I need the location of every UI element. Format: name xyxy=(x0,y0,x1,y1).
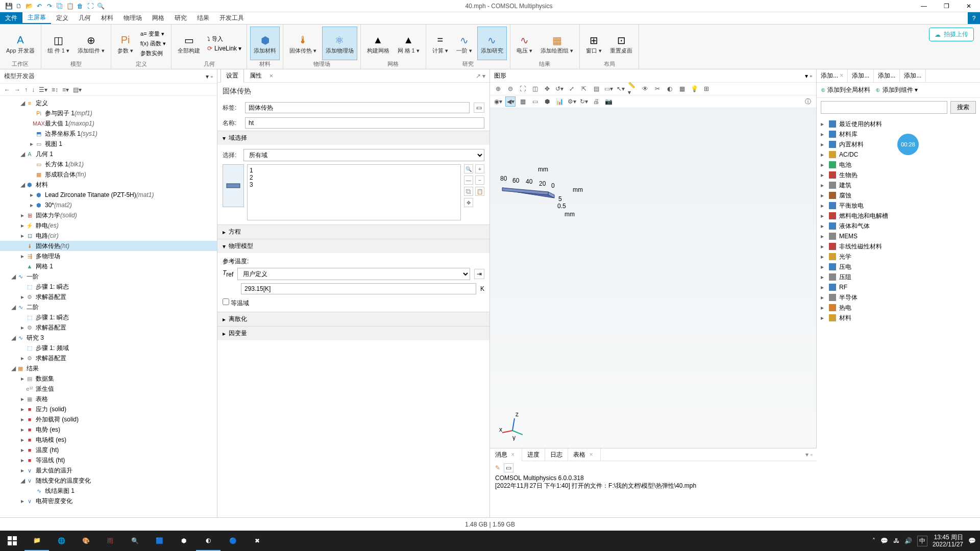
material-tree[interactable]: ▸最近使用的材料▸材料库▸内置材料▸AC/DC▸电池▸生物热▸建筑▸腐蚀▸平衡放… xyxy=(817,117,980,517)
zoom-out-icon[interactable]: ⊖ xyxy=(505,84,516,94)
tree-node[interactable]: ◢A几何 1 xyxy=(0,149,217,159)
panel-menu-icon[interactable]: ▾ ▫ xyxy=(206,73,213,80)
nav-up-icon[interactable]: ↑ xyxy=(24,86,28,93)
tree-node[interactable]: ▭长方体 1 (blk1) xyxy=(0,159,217,169)
material-node[interactable]: ▸光学 xyxy=(817,252,980,262)
tree-node[interactable]: ▸▦表格 xyxy=(0,394,217,404)
voltage-plot-button[interactable]: ∿电压 ▾ xyxy=(513,27,535,60)
rotate-icon[interactable]: ↺▾ xyxy=(554,84,565,94)
taskbar-app3[interactable]: ⬢ xyxy=(172,531,196,551)
screenshot-icon[interactable]: ⛶ xyxy=(86,2,95,11)
tree-node[interactable]: MAX最大值 1 (maxop1) xyxy=(0,118,217,129)
wireframe-icon[interactable]: ▦ xyxy=(677,84,687,94)
study-step-button[interactable]: ∿一阶 ▾ xyxy=(453,27,475,60)
tree-node[interactable]: ◢∨随线变化的温度变化 xyxy=(0,475,217,486)
tree-node[interactable]: Pi参与因子 1 (mpf1) xyxy=(0,108,217,118)
pan-icon[interactable]: ✥ xyxy=(542,84,552,94)
compute-button[interactable]: =计算 ▾ xyxy=(429,27,451,60)
copy-icon[interactable]: ⿻ xyxy=(55,2,64,11)
undo-icon[interactable]: ↶ xyxy=(35,2,44,11)
section-domain-header[interactable]: ▾域选择 xyxy=(217,131,489,145)
minimize-button[interactable]: — xyxy=(913,0,935,12)
panel-opts-icon[interactable]: ↗ ▾ xyxy=(476,72,489,80)
tray-volume-icon[interactable]: 🔊 xyxy=(904,537,912,544)
material-node[interactable]: ▸材料 xyxy=(817,313,980,323)
model-tree[interactable]: ◢≡定义Pi参与因子 1 (mpf1)MAX最大值 1 (maxop1)⬒边界坐… xyxy=(0,96,217,517)
section-model-header[interactable]: ▾物理模型 xyxy=(217,239,489,253)
hide-icon[interactable]: 👁 xyxy=(640,84,650,94)
tree-node[interactable]: ◢∿二阶 xyxy=(0,302,217,312)
paste-icon[interactable]: 📋 xyxy=(65,2,75,11)
tref-action-icon[interactable]: ⇥ xyxy=(474,269,484,279)
menu-tab-dev[interactable]: 开发工具 xyxy=(214,12,249,24)
tree-node[interactable]: ⬚步骤 1: 瞬态 xyxy=(0,282,217,292)
material-node[interactable]: ▸半导体 xyxy=(817,292,980,303)
tree-node[interactable]: ▸⚙求解器配置 xyxy=(0,292,217,302)
zoom-box-icon[interactable]: ◫ xyxy=(530,84,540,94)
animate-icon[interactable]: ⚙▾ xyxy=(567,96,577,107)
gfx-menu-icon[interactable]: ▾ ▫ xyxy=(805,72,812,80)
material-node[interactable]: ▸AC/DC xyxy=(817,149,980,160)
tree-node[interactable]: ◢⬢材料 xyxy=(0,180,217,190)
material-node[interactable]: ▸液体和气体 xyxy=(817,221,980,231)
zoom-extents-icon[interactable]: ⛶ xyxy=(518,84,528,94)
tree-node[interactable]: ▸∨最大值的温升 xyxy=(0,465,217,475)
section-equation-header[interactable]: ▸方程 xyxy=(217,225,489,239)
tree-node[interactable]: ▸⊞固体力学 (solid) xyxy=(0,210,217,220)
close-button[interactable]: ✕ xyxy=(958,0,980,12)
tree-node[interactable]: ▸∨电荷密度变化 xyxy=(0,496,217,506)
taskbar-app4[interactable]: 🔵 xyxy=(220,531,245,551)
go-xy-icon[interactable]: ⤢ xyxy=(567,84,577,94)
tree-node[interactable]: ▸⚡静电 (es) xyxy=(0,220,217,231)
mat-tab-2[interactable]: 添加... xyxy=(848,69,874,82)
build-all-button[interactable]: ▭全部构建 xyxy=(175,27,203,60)
show-material-icon[interactable]: ⬢ xyxy=(542,96,552,107)
tray-chevron-icon[interactable]: ˄ xyxy=(872,537,875,544)
section-discretization-header[interactable]: ▸离散化 xyxy=(217,312,489,326)
heat-transfer-button[interactable]: 🌡固体传热 ▾ xyxy=(286,27,320,60)
import-button[interactable]: ⤵ 导入 xyxy=(205,35,243,43)
material-node[interactable]: ▸建筑 xyxy=(817,180,980,190)
expand-icon[interactable]: ≡▾ xyxy=(62,86,69,93)
collapse-icon[interactable]: ≡↕ xyxy=(52,86,58,93)
msg-tool1-icon[interactable]: ✎ xyxy=(495,464,500,471)
render-mode-icon[interactable]: ◀▾ xyxy=(505,96,516,107)
taskbar-explorer[interactable]: 📁 xyxy=(24,531,49,551)
section-depvar-header[interactable]: ▸因变量 xyxy=(217,327,489,340)
tab-messages[interactable]: 消息 × xyxy=(490,448,522,461)
help-button[interactable]: ? xyxy=(968,12,980,24)
grid-icon[interactable]: ⊞ xyxy=(701,84,712,94)
menu-tab-results[interactable]: 结果 xyxy=(192,12,214,24)
taskbar-edge[interactable]: 🟦 xyxy=(147,531,172,551)
domain-select[interactable]: 所有域 xyxy=(243,149,484,161)
tray-clock[interactable]: 13:45 周日 2022/11/27 xyxy=(933,534,963,548)
tree-node[interactable]: ⬚步骤 1: 频域 xyxy=(0,343,217,353)
taskbar-app2[interactable]: 雨 xyxy=(98,531,122,551)
livelink-button[interactable]: ⟳LiveLink ▾ xyxy=(205,44,243,53)
view-list-icon[interactable]: ▤ xyxy=(591,84,601,94)
taskbar-chrome[interactable]: 🌐 xyxy=(49,531,74,551)
name-input[interactable] xyxy=(245,117,484,129)
material-node[interactable]: ▸非线性磁性材料 xyxy=(817,241,980,252)
tree-node[interactable]: ▸■电势 (es) xyxy=(0,424,217,435)
app-builder-button[interactable]: AApp 开发器 xyxy=(3,27,38,60)
add-material-button[interactable]: ⬢添加材料 xyxy=(250,27,280,60)
graphics-canvas[interactable]: mm 80 60 40 20 0 mm 5 0.5 mm xyxy=(490,108,816,448)
tree-node[interactable]: ▦形成联合体 (fin) xyxy=(0,169,217,180)
start-button[interactable] xyxy=(0,531,24,551)
menu-file[interactable]: 文件 xyxy=(0,12,22,24)
nav-fwd-icon[interactable]: → xyxy=(14,86,20,93)
paste-sel-icon[interactable]: 📋 xyxy=(475,187,484,196)
msg-tool2-icon[interactable]: ▭ xyxy=(504,463,513,472)
material-node[interactable]: ▸压阻 xyxy=(817,272,980,282)
tree-node[interactable]: ▲网格 1 xyxy=(0,261,217,271)
refresh-icon[interactable]: ↻▾ xyxy=(579,96,589,107)
select-icon[interactable]: ↖▾ xyxy=(616,84,626,94)
scene-light-icon[interactable]: ◉▾ xyxy=(493,96,503,107)
tab-progress[interactable]: 进度 xyxy=(522,448,545,461)
material-node[interactable]: ▸材料库 xyxy=(817,129,980,139)
close-tab-icon[interactable]: × xyxy=(509,451,517,458)
upload-button[interactable]: ☁拍摄上传 xyxy=(929,28,974,41)
tree-node[interactable]: ▸■温度 (ht) xyxy=(0,445,217,455)
material-node[interactable]: ▸热电 xyxy=(817,303,980,313)
